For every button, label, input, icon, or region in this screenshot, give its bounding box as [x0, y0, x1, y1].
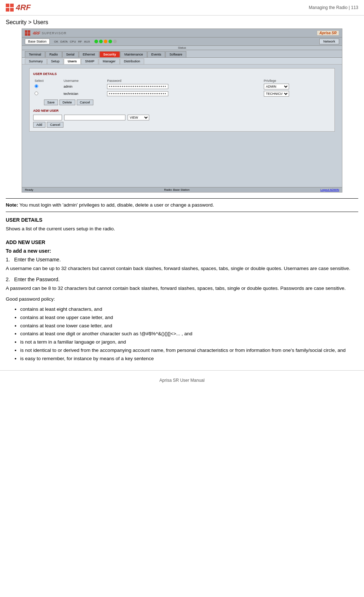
select-admin[interactable]: [33, 83, 62, 90]
sup-logo-squares: [25, 30, 30, 36]
status-dots: [94, 40, 117, 43]
add-new-user-heading: ADD NEW USER: [6, 239, 358, 245]
col-password: Password: [106, 79, 262, 83]
logo-text: 4RF: [16, 3, 31, 12]
sub-tab-manager[interactable]: Manager: [99, 58, 120, 64]
new-password-input[interactable]: [64, 115, 125, 120]
bullet-item: is not identical to or derived from the …: [20, 346, 358, 355]
add-cancel-button[interactable]: Cancel: [47, 122, 63, 128]
content-area: USER DETAILS Select Username Password Pr…: [22, 65, 342, 187]
save-button[interactable]: Save: [44, 100, 58, 105]
step-1-description: A username can be up to 32 characters bu…: [6, 265, 358, 273]
col-privilege: Privilege: [262, 79, 331, 83]
add-new-title: ADD NEW USER: [33, 109, 331, 112]
page-number: Managing the Radio | 113: [309, 5, 358, 10]
logo-square-tl: [6, 4, 9, 7]
status-bar: Status: [22, 46, 342, 50]
sup-logo-text: 4RF: [33, 31, 40, 35]
add-new-user-subheading: To add a new user:: [6, 248, 358, 254]
password-admin[interactable]: [106, 83, 262, 90]
divider: [6, 198, 358, 199]
logo-square-bl: [6, 8, 9, 12]
sub-tab-summary[interactable]: Summary: [25, 58, 47, 64]
logout-link[interactable]: Logout ADMIN: [320, 188, 339, 191]
body-content: Note: You must login with 'admin' privil…: [0, 202, 364, 363]
footer-text: Aprisa SR User Manual: [159, 378, 204, 383]
privilege-technician[interactable]: TECHNICIAN: [262, 90, 331, 97]
add-button[interactable]: Add: [33, 122, 45, 128]
sup-sq-bl: [25, 33, 27, 36]
action-buttons: Save Delete Cancel: [44, 100, 331, 105]
user-table: Select Username Password Privilege admin…: [33, 79, 331, 97]
tab-ethernet[interactable]: Ethernet: [79, 51, 99, 57]
table-row: admin ADMIN: [33, 83, 331, 90]
screenshot-container: 4RF SUPERVISOR Aprisa SR Base Station OK…: [22, 28, 342, 193]
privilege-admin[interactable]: ADMIN: [262, 83, 331, 90]
data-label: DATA: [61, 40, 68, 43]
username-admin: admin: [62, 83, 106, 90]
sup-sq-tr: [28, 30, 30, 33]
new-username-input[interactable]: [33, 115, 62, 120]
sub-tab-distribution[interactable]: Distribution: [120, 58, 144, 64]
network-btn[interactable]: Network: [319, 39, 339, 44]
username-technician: technician: [62, 90, 106, 97]
select-technician[interactable]: [33, 90, 62, 97]
user-details-title: USER DETAILS: [33, 72, 331, 76]
col-username: Username: [62, 79, 106, 83]
top-nav: Base Station OK DATA CPU RF AUX Network: [22, 37, 342, 46]
user-details-para: Shows a list of the current users setup …: [6, 225, 358, 233]
step-2-label: 2. Enter the Password.: [6, 277, 358, 282]
password-technician[interactable]: [106, 90, 262, 97]
supervisor-brand: SUPERVISOR: [42, 31, 67, 35]
logo-squares: [6, 4, 14, 12]
page-footer: Aprisa SR User Manual: [0, 370, 364, 386]
bullet-item: is not a term in a familiar language or …: [20, 338, 358, 346]
bullet-list: contains at least eight characters, and …: [20, 305, 358, 363]
add-new-row: VIEW ADMIN TECHNICIAN: [33, 115, 331, 120]
tab-events[interactable]: Events: [147, 51, 165, 57]
note-text: You must login with 'admin' privileges t…: [19, 202, 214, 208]
sub-tab-users[interactable]: Users: [64, 58, 81, 64]
dot-ok: [94, 40, 98, 43]
add-new-buttons: Add Cancel: [33, 122, 331, 128]
note-paragraph: Note: You must login with 'admin' privil…: [6, 202, 358, 209]
bullet-item: is easy to remember, for instance by mea…: [20, 355, 358, 363]
ready-status: Ready: [25, 188, 33, 191]
sub-tab-setup[interactable]: Setup: [47, 58, 64, 64]
logo-icon: 4RF: [6, 3, 31, 12]
main-menu: Terminal Radio Serial Ethernet Security …: [22, 50, 342, 58]
radio-label: Radio: Base Station: [164, 188, 190, 191]
tab-radio[interactable]: Radio: [45, 51, 62, 57]
user-panel: USER DETAILS Select Username Password Pr…: [29, 68, 335, 132]
note-label: Note:: [6, 202, 18, 208]
supervisor-logo: 4RF SUPERVISOR: [25, 30, 67, 36]
sub-menu: Summary Setup Users SNMP Manager Distrib…: [22, 58, 342, 65]
sup-sq-tl: [25, 30, 27, 33]
bullet-item: contains at least one lower case letter,…: [20, 322, 358, 330]
tab-software[interactable]: Software: [165, 51, 186, 57]
base-station-btn[interactable]: Base Station: [25, 39, 50, 44]
step-1-label: 1. Enter the Username.: [6, 257, 358, 262]
sub-tab-snmp[interactable]: SNMP: [81, 58, 98, 64]
add-new-section: ADD NEW USER VIEW ADMIN TECHNICIAN Add C…: [33, 109, 331, 128]
tab-serial[interactable]: Serial: [62, 51, 79, 57]
dot-data: [99, 40, 103, 43]
good-password-label: Good password policy:: [6, 295, 358, 303]
tab-terminal[interactable]: Terminal: [25, 51, 45, 57]
col-select: Select: [33, 79, 62, 83]
bullet-item: contains at least one upper case letter,…: [20, 314, 358, 322]
aux-label: AUX: [84, 40, 90, 43]
new-privilege-select[interactable]: VIEW ADMIN TECHNICIAN: [128, 115, 149, 120]
status-footer: Ready Radio: Base Station Logout ADMIN: [22, 187, 342, 192]
note-divider: [6, 212, 358, 212]
sup-sq-br: [28, 33, 30, 36]
tab-security[interactable]: Security: [99, 51, 120, 57]
ok-label: OK: [54, 40, 58, 43]
delete-button[interactable]: Delete: [59, 100, 75, 105]
dot-aux: [113, 40, 117, 43]
logo-area: 4RF: [6, 3, 34, 12]
dot-cpu: [104, 40, 107, 43]
tab-maintenance[interactable]: Maintenance: [120, 51, 147, 57]
logo-square-tr: [10, 4, 14, 7]
cancel-button[interactable]: Cancel: [77, 100, 93, 105]
